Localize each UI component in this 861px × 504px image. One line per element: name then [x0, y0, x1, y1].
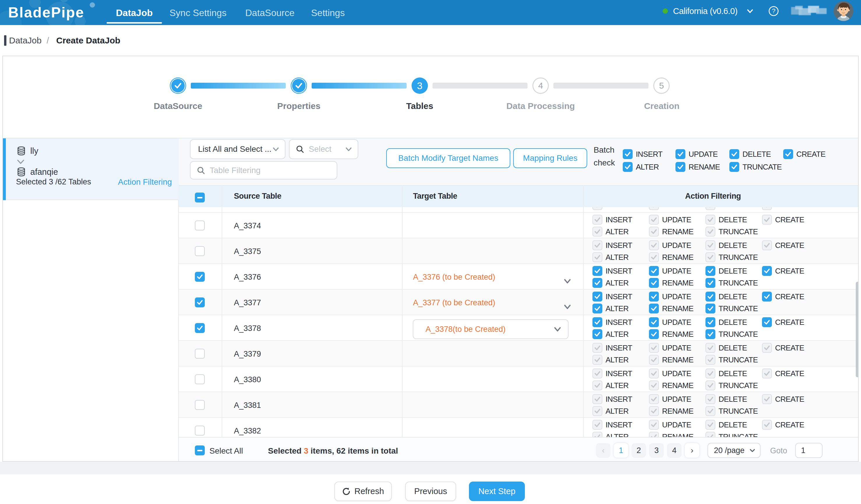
svg-text:?: ? [772, 7, 775, 15]
